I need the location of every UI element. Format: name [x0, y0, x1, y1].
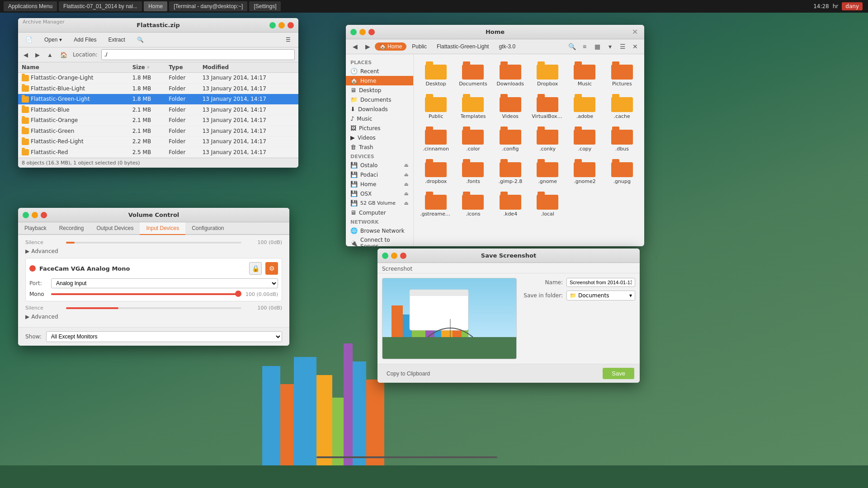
home-menu-btn[interactable]: ☰	[617, 41, 628, 52]
sidebar-item-desktop[interactable]: 🖥 Desktop	[346, 85, 413, 95]
archive-location-input[interactable]	[101, 49, 295, 60]
file-grid-item[interactable]: .local	[530, 189, 565, 220]
breadcrumb-public[interactable]: Public	[407, 42, 431, 51]
sidebar-item-downloads[interactable]: ⬇ Downloads	[346, 104, 413, 114]
home-close-x[interactable]: ✕	[630, 28, 640, 36]
archive-table-row[interactable]: Flattastic-Blue-Light 1.8 MB Folder 13 J…	[18, 83, 298, 94]
file-grid-item[interactable]: .fonts	[455, 156, 491, 187]
screenshot-minimize-btn[interactable]	[391, 253, 397, 259]
file-grid-item[interactable]: .conky	[530, 124, 565, 155]
taskbar-window-terminal[interactable]: [Terminal - dany@desktop:~]	[169, 1, 247, 11]
sidebar-item-computer[interactable]: 🖥 Computer	[346, 208, 413, 217]
taskbar-window-home[interactable]: Home	[144, 1, 167, 11]
archive-table-row[interactable]: Flattastic-Orange 2.1 MB Folder 13 Janua…	[18, 115, 298, 126]
home-sort-btn[interactable]: ▾	[604, 41, 615, 52]
archive-home-btn[interactable]: 🏠	[58, 51, 69, 59]
file-grid-item[interactable]: .dbus	[604, 124, 640, 155]
file-grid-item[interactable]: Videos	[493, 91, 528, 122]
home-forward-btn[interactable]: ▶	[362, 41, 373, 52]
sidebar-item-osx[interactable]: 💾 OSX ⏏	[346, 189, 413, 198]
sidebar-item-home-device[interactable]: 💾 Home ⏏	[346, 179, 413, 189]
sidebar-item-podaci[interactable]: 💾 Podaci ⏏	[346, 170, 413, 179]
mono-slider-thumb[interactable]	[235, 291, 241, 297]
taskbar-window-settings[interactable]: [Settings]	[249, 1, 281, 11]
file-grid-item[interactable]: .gnome2	[567, 156, 602, 187]
archive-table-row[interactable]: Flattastic-Blue 2.1 MB Folder 13 January…	[18, 104, 298, 115]
sidebar-item-documents[interactable]: 📁 Documents	[346, 95, 413, 104]
file-grid-item[interactable]: Dropbox	[530, 59, 565, 89]
archive-open-btn[interactable]: Open ▾	[40, 34, 66, 45]
file-grid-item[interactable]: Public	[418, 91, 453, 122]
taskbar-window-archive[interactable]: Flattastic-07_01_2014 by nal...	[59, 1, 142, 11]
advanced-toggle[interactable]: ▶ Advanced	[25, 248, 282, 254]
home-view-options-btn[interactable]: ▦	[592, 41, 603, 52]
home-grid-view-btn[interactable]: 🔍	[566, 41, 577, 52]
archive-table-row[interactable]: Flattastic-Green 2.1 MB Folder 13 Januar…	[18, 126, 298, 136]
applications-menu-button[interactable]: Applications Menu	[4, 1, 57, 11]
copy-to-clipboard-btn[interactable]: Copy to Clipboard	[383, 369, 434, 379]
mono-slider[interactable]	[51, 293, 238, 295]
file-grid-item[interactable]: Music	[567, 59, 602, 89]
file-grid-item[interactable]: .cinnamon	[418, 124, 453, 155]
folder-select[interactable]: 📁 Documents ▾	[566, 291, 635, 300]
home-close-btn[interactable]	[368, 29, 375, 35]
file-grid-item[interactable]: .dropbox	[418, 156, 453, 187]
show-select[interactable]: All Except Monitors	[46, 331, 282, 342]
archive-new-btn[interactable]: 📄	[22, 34, 37, 45]
home-minimize-btn[interactable]	[359, 29, 366, 35]
sidebar-item-ostalo[interactable]: 💾 Ostalo ⏏	[346, 160, 413, 170]
advanced-toggle2[interactable]: ▶ Advanced	[25, 314, 282, 320]
tab-output-devices[interactable]: Output Devices	[90, 222, 140, 235]
file-grid-item[interactable]: .gimp-2.8	[493, 156, 528, 187]
sidebar-item-browse-network[interactable]: 🌐 Browse Network	[346, 226, 413, 235]
save-screenshot-btn[interactable]: Save	[603, 368, 634, 379]
tab-configuration[interactable]: Configuration	[185, 222, 230, 235]
archive-close-btn[interactable]	[288, 22, 294, 28]
archive-table-row[interactable]: Flattastic-Red 2.5 MB Folder 13 January …	[18, 147, 298, 158]
file-grid-item[interactable]: .kde4	[493, 189, 528, 220]
breadcrumb-gtk[interactable]: gtk-3.0	[494, 42, 520, 51]
file-grid-item[interactable]: .gstreamer-0.10	[418, 189, 453, 220]
sidebar-item-52gb[interactable]: 💾 52 GB Volume ⏏	[346, 198, 413, 208]
tab-input-devices[interactable]: Input Devices	[140, 222, 185, 235]
silence-slider[interactable]	[66, 242, 241, 244]
file-grid-item[interactable]: .copy	[567, 124, 602, 155]
archive-minimize-btn[interactable]	[278, 22, 285, 28]
archive-table-row[interactable]: Flattastic-Orange-Light 1.8 MB Folder 13…	[18, 73, 298, 84]
archive-table-row[interactable]: Flattastic-Red-Light 2.2 MB Folder 13 Ja…	[18, 136, 298, 147]
sidebar-item-music[interactable]: ♪ Music	[346, 114, 413, 123]
archive-table-row[interactable]: Flattastic-Green-Light 1.8 MB Folder 13 …	[18, 94, 298, 105]
archive-extract-btn[interactable]: Extract	[104, 34, 129, 45]
sidebar-item-trash[interactable]: 🗑 Trash	[346, 142, 413, 152]
volume-minimize-btn[interactable]	[32, 212, 38, 218]
file-grid-item[interactable]: .adobe	[567, 91, 602, 122]
volume-close-btn[interactable]	[41, 212, 47, 218]
screenshot-name-input[interactable]	[566, 278, 635, 287]
archive-forward-btn[interactable]: ▶	[33, 51, 42, 59]
archive-maximize-btn[interactable]	[269, 22, 276, 28]
device-lock-btn[interactable]: 🔒	[249, 262, 262, 275]
file-grid-item[interactable]: .gnupg	[604, 156, 640, 187]
archive-add-files-btn[interactable]: Add Files	[70, 34, 100, 45]
tab-recording[interactable]: Recording	[53, 222, 90, 235]
file-grid-item[interactable]: Pictures	[604, 59, 640, 89]
device-settings-btn[interactable]: ⚙	[265, 262, 278, 275]
sidebar-item-connect-server[interactable]: 🔌 Connect to Server	[346, 235, 413, 246]
sidebar-item-home[interactable]: 🏠 Home	[346, 76, 413, 85]
home-close-panel-btn[interactable]: ✕	[630, 41, 641, 52]
file-grid-item[interactable]: .cache	[604, 91, 640, 122]
breadcrumb-flattastic[interactable]: Flattastic-Green-Light	[432, 42, 493, 51]
sidebar-item-recent[interactable]: 🕐 Recent	[346, 66, 413, 76]
home-back-btn[interactable]: ◀	[349, 41, 360, 52]
file-grid-item[interactable]: Downloads	[493, 59, 528, 89]
archive-search-btn[interactable]: 🔍	[133, 34, 148, 45]
port-select[interactable]: Analog Input	[51, 278, 278, 288]
file-grid-item[interactable]: Templates	[455, 91, 491, 122]
file-grid-item[interactable]: VirtualBox VMs	[530, 91, 565, 122]
screenshot-close-btn[interactable]	[400, 253, 406, 259]
silence2-slider[interactable]	[66, 307, 241, 309]
sidebar-item-pictures[interactable]: 🖼 Pictures	[346, 123, 413, 133]
tab-playback[interactable]: Playback	[18, 222, 53, 235]
home-list-view-btn[interactable]: ≡	[579, 41, 590, 52]
file-grid-item[interactable]: Desktop	[418, 59, 453, 89]
